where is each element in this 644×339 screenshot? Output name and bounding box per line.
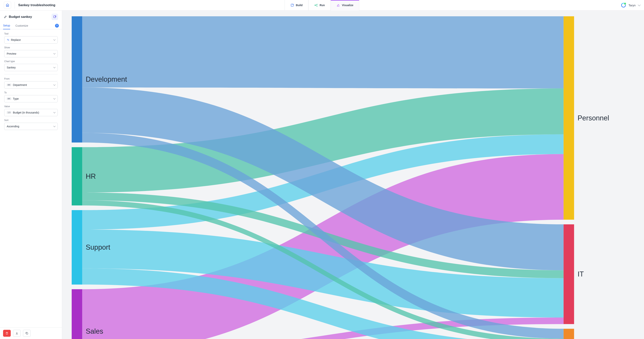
to-value: Type xyxy=(13,97,54,100)
sankey-target-node xyxy=(564,16,574,220)
sankey-target-label: Personnel xyxy=(578,114,609,122)
svg-point-5 xyxy=(338,5,338,5)
value-select[interactable]: 123 Budget (in thousands) xyxy=(4,109,58,116)
text-icon xyxy=(7,39,10,41)
chart-area: DevelopmentHRSupportSalesPersonnelITMisc… xyxy=(62,11,644,339)
chevron-down-icon xyxy=(53,111,56,113)
svg-point-2 xyxy=(317,4,317,5)
sankey-source-node xyxy=(72,210,82,284)
main: Budget sankey Setup Customize ? Tool Rep… xyxy=(0,11,644,339)
page-title: Sankey troubleshooting xyxy=(18,3,56,7)
sankey-source-node xyxy=(72,289,82,339)
sankey-source-label: Development xyxy=(86,75,127,83)
chart-type-select[interactable]: Sankey xyxy=(4,64,58,71)
user-name: Taryn xyxy=(628,4,636,7)
tab-run[interactable]: Run xyxy=(308,0,331,11)
run-icon xyxy=(314,4,318,7)
sort-select[interactable]: Ascending xyxy=(4,123,58,130)
canvas: DevelopmentHRSupportSalesPersonnelITMisc… xyxy=(62,11,644,339)
sidebar-body: Tool Replace Show Preview Chart type xyxy=(0,29,62,327)
sankey-chart: DevelopmentHRSupportSalesPersonnelITMisc… xyxy=(72,16,632,339)
sankey-target-label: IT xyxy=(578,270,584,278)
sankey-target-node xyxy=(564,224,574,324)
user-menu[interactable]: Taryn xyxy=(621,3,640,8)
tab-visualize-label: Visualize xyxy=(342,4,354,7)
tool-value: Replace xyxy=(11,38,54,42)
popout-button[interactable] xyxy=(52,14,58,20)
show-value: Preview xyxy=(7,52,54,55)
chart-type-value: Sankey xyxy=(7,66,54,69)
sidebar-tab-customize[interactable]: Customize xyxy=(16,22,28,29)
sidebar-tab-setup[interactable]: Setup xyxy=(3,22,10,29)
chevron-down-icon xyxy=(53,66,56,68)
svg-rect-8 xyxy=(26,333,28,334)
export-button[interactable] xyxy=(13,330,21,337)
chevron-down-icon xyxy=(53,125,56,127)
status-spinner-icon xyxy=(621,3,626,8)
home-button[interactable] xyxy=(4,2,11,9)
mode-tabs: Build Run Visualize xyxy=(285,0,360,11)
sankey-link xyxy=(82,16,564,88)
popout-icon xyxy=(53,15,56,19)
trash-icon xyxy=(5,332,8,335)
chevron-down-icon xyxy=(53,83,56,86)
sidebar-tabs: Setup Customize ? xyxy=(0,22,62,29)
tab-run-label: Run xyxy=(320,4,325,7)
sort-label: Sort xyxy=(4,119,58,122)
download-icon xyxy=(15,332,18,335)
show-label: Show xyxy=(4,46,58,49)
svg-point-4 xyxy=(337,5,338,6)
chart-title: Budget sankey xyxy=(9,15,32,19)
sankey-target-node xyxy=(564,329,574,339)
help-button[interactable]: ? xyxy=(55,24,59,28)
chart-type-label: Chart type xyxy=(4,60,58,63)
svg-point-3 xyxy=(317,6,317,6)
sankey-source-node xyxy=(72,147,82,206)
copy-icon xyxy=(25,332,28,335)
tool-select[interactable]: Replace xyxy=(4,36,58,44)
from-label: From xyxy=(4,78,58,80)
sort-value: Ascending xyxy=(7,125,54,128)
sankey-source-label: Sales xyxy=(86,327,103,335)
sidebar: Budget sankey Setup Customize ? Tool Rep… xyxy=(0,11,62,339)
topbar: Sankey troubleshooting Build Run Visuali… xyxy=(0,0,644,11)
home-icon xyxy=(6,3,10,7)
visualize-icon xyxy=(336,4,340,7)
tab-build-label: Build xyxy=(296,4,303,7)
chevron-down-icon xyxy=(53,38,56,41)
build-icon xyxy=(290,4,294,7)
from-select[interactable]: ABC Department xyxy=(4,81,58,89)
type-badge-123: 123 xyxy=(7,111,11,114)
copy-button[interactable] xyxy=(23,330,31,337)
type-badge-abc: ABC xyxy=(7,84,11,86)
from-value: Department xyxy=(13,83,54,87)
svg-point-1 xyxy=(315,5,315,6)
type-badge-abc: ABC xyxy=(7,98,11,100)
show-select[interactable]: Preview xyxy=(4,50,58,57)
tab-build[interactable]: Build xyxy=(284,0,308,11)
chevron-down-icon xyxy=(638,4,640,6)
tab-visualize[interactable]: Visualize xyxy=(330,0,360,11)
separator xyxy=(14,2,15,9)
sidebar-header: Budget sankey xyxy=(0,11,62,22)
svg-point-6 xyxy=(339,5,339,5)
sankey-source-node xyxy=(72,16,82,142)
value-value: Budget (in thousands) xyxy=(13,111,54,114)
value-label: Value xyxy=(4,105,58,108)
chevron-down-icon xyxy=(53,52,56,54)
delete-button[interactable] xyxy=(3,330,11,337)
sidebar-footer xyxy=(0,327,62,339)
edit-icon xyxy=(4,15,7,19)
sankey-source-label: Support xyxy=(86,243,110,251)
chevron-down-icon xyxy=(53,97,56,99)
tool-label: Tool xyxy=(4,33,58,35)
to-select[interactable]: ABC Type xyxy=(4,95,58,102)
to-label: To xyxy=(4,91,58,94)
sankey-source-label: HR xyxy=(86,172,96,180)
